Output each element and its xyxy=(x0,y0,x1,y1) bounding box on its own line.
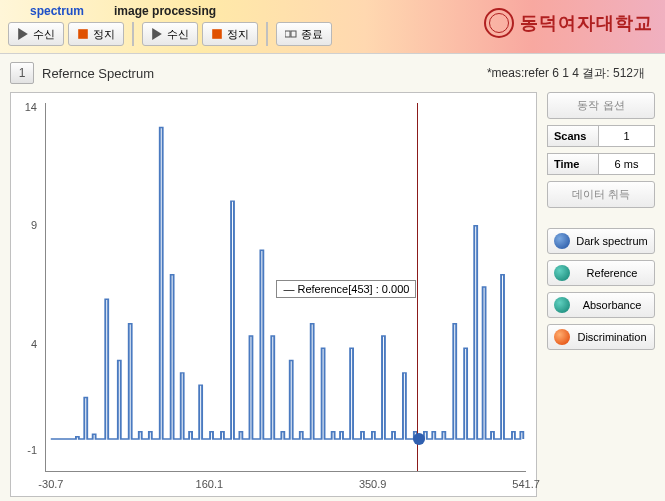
svg-rect-0 xyxy=(78,29,88,39)
svg-rect-1 xyxy=(212,29,222,39)
dot-icon xyxy=(554,329,570,345)
dot-icon xyxy=(554,265,570,281)
logo: 동덕여자대학교 xyxy=(484,8,653,38)
y-tick: 4 xyxy=(31,338,37,350)
x-tick: 541.7 xyxy=(512,478,540,490)
dot-icon xyxy=(554,297,570,313)
dark-spectrum-button[interactable]: Dark spectrum xyxy=(547,228,655,254)
status-text: *meas:refer 6 1 4 결과: 512개 xyxy=(487,65,655,82)
time-value[interactable]: 6 ms xyxy=(599,153,655,175)
scans-row: Scans 1 xyxy=(547,125,655,147)
header: spectrum image processing 수신 정지 수신 정지 종료… xyxy=(0,0,665,54)
main: 14 9 4 -1 — Reference[453] : 0.000 -30.7… xyxy=(0,92,665,501)
sidebar: 동작 옵션 Scans 1 Time 6 ms 데이터 취득 Dark spec… xyxy=(547,92,655,497)
exit-button[interactable]: 종료 xyxy=(276,22,332,46)
title-bar: 1 Refernce Spectrum *meas:refer 6 1 4 결과… xyxy=(0,54,665,92)
receive-label: 수신 xyxy=(167,27,189,42)
tooltip-text: Reference[453] : 0.000 xyxy=(297,283,409,295)
dot-icon xyxy=(554,233,570,249)
svg-rect-3 xyxy=(291,31,296,37)
chart-area[interactable]: 14 9 4 -1 — Reference[453] : 0.000 -30.7… xyxy=(10,92,537,497)
acquire-button[interactable]: 데이터 취득 xyxy=(547,181,655,208)
stop-button-2[interactable]: 정지 xyxy=(202,22,258,46)
receive-button-1[interactable]: 수신 xyxy=(8,22,64,46)
separator xyxy=(266,22,268,46)
exit-label: 종료 xyxy=(301,27,323,42)
tab-image-processing[interactable]: image processing xyxy=(114,4,216,18)
play-icon xyxy=(151,28,163,40)
y-axis: 14 9 4 -1 xyxy=(11,93,41,476)
stop-label: 정지 xyxy=(227,27,249,42)
x-tick: -30.7 xyxy=(38,478,63,490)
receive-label: 수신 xyxy=(33,27,55,42)
options-button[interactable]: 동작 옵션 xyxy=(547,92,655,119)
spacer xyxy=(547,214,655,222)
x-tick: 350.9 xyxy=(359,478,387,490)
cursor-line[interactable] xyxy=(417,103,418,471)
scans-value[interactable]: 1 xyxy=(599,125,655,147)
play-icon xyxy=(17,28,29,40)
stop-icon xyxy=(77,28,89,40)
y-tick: -1 xyxy=(27,444,37,456)
time-row: Time 6 ms xyxy=(547,153,655,175)
discrimination-label: Discrimination xyxy=(576,331,648,343)
logo-icon xyxy=(484,8,514,38)
plot-area[interactable]: — Reference[453] : 0.000 xyxy=(45,103,526,472)
absorbance-label: Absorbance xyxy=(576,299,648,311)
time-label: Time xyxy=(547,153,599,175)
reference-label: Reference xyxy=(576,267,648,279)
tooltip: — Reference[453] : 0.000 xyxy=(276,280,416,298)
exit-icon xyxy=(285,28,297,40)
receive-button-2[interactable]: 수신 xyxy=(142,22,198,46)
discrimination-button[interactable]: Discrimination xyxy=(547,324,655,350)
x-axis: -30.7 160.1 350.9 541.7 xyxy=(41,476,536,496)
stop-button-1[interactable]: 정지 xyxy=(68,22,124,46)
svg-rect-2 xyxy=(285,31,290,37)
stop-icon xyxy=(211,28,223,40)
stop-label: 정지 xyxy=(93,27,115,42)
tab-spectrum[interactable]: spectrum xyxy=(30,4,84,18)
separator xyxy=(132,22,134,46)
dark-label: Dark spectrum xyxy=(576,235,648,247)
y-tick: 9 xyxy=(31,219,37,231)
logo-text: 동덕여자대학교 xyxy=(520,11,653,35)
title-number: 1 xyxy=(10,62,34,84)
page-title: Refernce Spectrum xyxy=(42,66,154,81)
scans-label: Scans xyxy=(547,125,599,147)
x-tick: 160.1 xyxy=(196,478,224,490)
y-tick: 14 xyxy=(25,101,37,113)
reference-button[interactable]: Reference xyxy=(547,260,655,286)
absorbance-button[interactable]: Absorbance xyxy=(547,292,655,318)
